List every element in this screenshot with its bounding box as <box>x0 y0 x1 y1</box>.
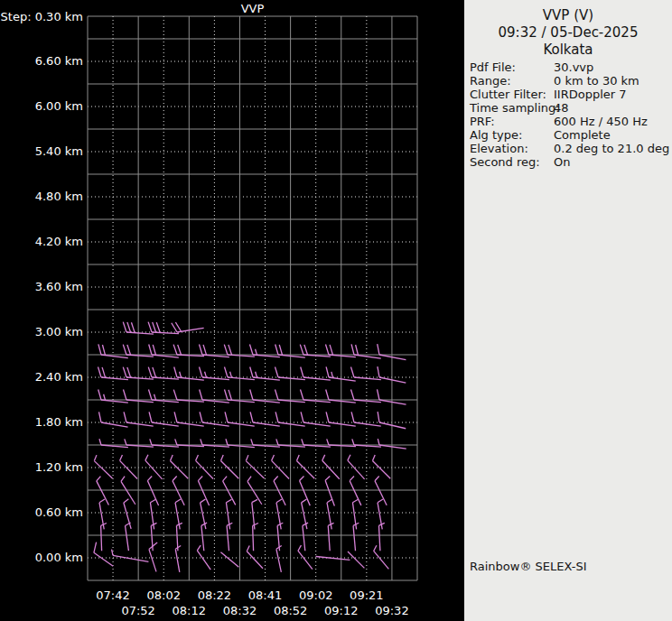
wind-profile-chart: Step: 0.30 km VVP 6.60 km6.00 km5.40 km4… <box>0 0 464 621</box>
x-axis-tick-label: 08:52 <box>266 604 316 618</box>
y-axis-label: 2.40 km <box>0 370 83 385</box>
parameter-label: PRF: <box>470 115 495 128</box>
x-axis-tick-label: 08:02 <box>138 589 189 603</box>
x-axis-tick-label: 07:42 <box>88 589 138 603</box>
plot-title: VVP <box>88 2 417 15</box>
parameter-label: Time sampling: <box>470 101 560 115</box>
y-axis-label: 5.40 km <box>0 144 83 159</box>
product-title: VVP (V) <box>464 7 672 24</box>
parameter-row: Pdf File:30.vvp <box>464 60 672 74</box>
x-axis-tick-label: 08:41 <box>240 589 291 603</box>
x-axis-tick-label: 09:32 <box>367 604 417 618</box>
parameter-value: 0 km to 30 km <box>554 74 639 88</box>
parameter-value: IIRDoppler 7 <box>554 88 627 101</box>
parameter-row: Alg type:Complete <box>464 128 672 142</box>
y-axis-label: 3.60 km <box>0 280 83 294</box>
parameter-value: Complete <box>554 128 611 142</box>
product-datetime: 09:32 / 05-Dec-2025 <box>464 24 672 42</box>
site-name: Kolkata <box>464 42 672 59</box>
y-axis-label: 4.20 km <box>0 235 83 249</box>
brand-footer: Rainbow® SELEX-SI <box>470 560 587 573</box>
info-panel: VVP (V) 09:32 / 05-Dec-2025 Kolkata Pdf … <box>464 0 672 621</box>
wind-barb-plot <box>0 0 464 621</box>
parameter-label: Clutter Filter: <box>470 88 546 101</box>
y-axis-label: 4.80 km <box>0 190 83 204</box>
parameter-row: PRF:600 Hz / 450 Hz <box>464 115 672 128</box>
parameter-row: Clutter Filter:IIRDoppler 7 <box>464 88 672 101</box>
parameter-row: Time sampling:48 <box>464 101 672 115</box>
x-axis-tick-label: 07:52 <box>113 604 163 618</box>
parameter-label: Range: <box>470 74 511 88</box>
parameter-label: Pdf File: <box>470 60 516 74</box>
x-axis-tick-label: 08:22 <box>189 589 239 603</box>
parameter-row: Range:0 km to 30 km <box>464 74 672 88</box>
y-axis-label: 6.00 km <box>0 99 83 114</box>
parameter-row: Second reg:On <box>464 155 672 169</box>
y-axis-label: 1.20 km <box>0 460 83 475</box>
x-axis-tick-label: 09:12 <box>316 604 367 618</box>
panel-header: VVP (V) 09:32 / 05-Dec-2025 Kolkata <box>464 0 672 59</box>
vvp-window: Step: 0.30 km VVP 6.60 km6.00 km5.40 km4… <box>0 0 672 621</box>
step-label: Step: 0.30 km <box>0 10 83 23</box>
parameter-value: On <box>554 155 570 169</box>
parameter-label: Alg type: <box>470 128 522 142</box>
parameter-label: Second reg: <box>470 155 540 169</box>
parameter-row: Elevation:0.2 deg to 21.0 deg <box>464 142 672 155</box>
parameter-value: 0.2 deg to 21.0 deg <box>554 142 669 155</box>
y-axis-label: 0.60 km <box>0 505 83 520</box>
x-axis-tick-label: 08:32 <box>214 604 265 618</box>
y-axis-label: 6.60 km <box>0 54 83 69</box>
x-axis-tick-label: 09:21 <box>341 589 392 603</box>
parameter-value: 600 Hz / 450 Hz <box>554 115 648 128</box>
y-axis-label: 1.80 km <box>0 415 83 430</box>
parameter-list: Pdf File:30.vvpRange:0 km to 30 kmClutte… <box>464 60 672 169</box>
y-axis-label: 0.00 km <box>0 551 83 565</box>
x-axis-tick-label: 08:12 <box>163 604 214 618</box>
x-axis-tick-label: 09:02 <box>291 589 341 603</box>
parameter-value: 48 <box>554 101 569 115</box>
parameter-value: 30.vvp <box>554 60 593 74</box>
parameter-label: Elevation: <box>470 142 528 155</box>
y-axis-label: 3.00 km <box>0 325 83 339</box>
